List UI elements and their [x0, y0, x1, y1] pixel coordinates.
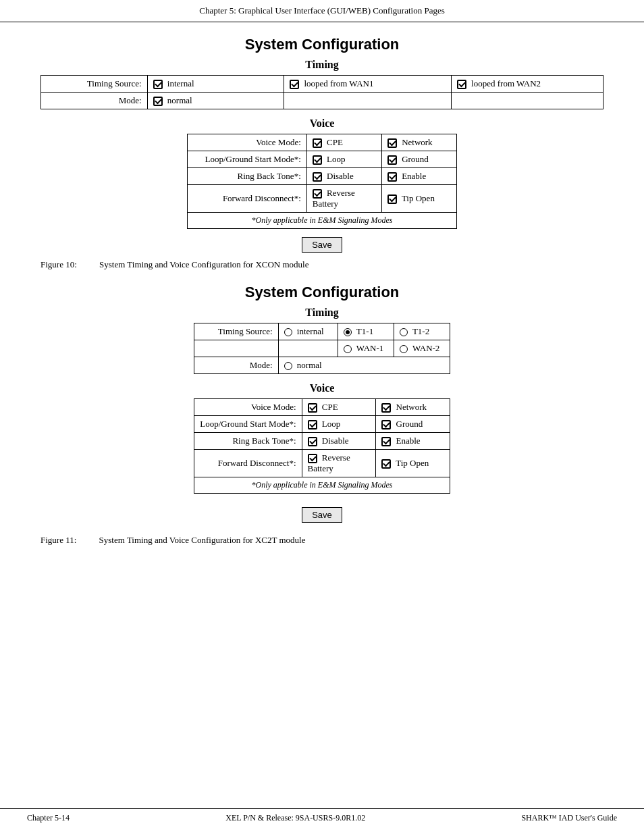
checkbox-ground[interactable]: [387, 155, 397, 165]
radio-t2-internal[interactable]: [284, 328, 292, 336]
v2-network-cell: Network: [376, 399, 450, 416]
t2-wan2-label: WAN-2: [412, 343, 439, 353]
timing-source-label: Timing Source:: [41, 76, 148, 93]
figure2-caption: Figure 11: System Timing and Voice Confi…: [41, 535, 603, 546]
table-row: Mode: normal: [41, 93, 603, 109]
timing-opt-wan2: looped from WAN2: [451, 76, 603, 93]
footer-center: XEL P/N & Release: 9SA-USRS-9.0R1.02: [225, 813, 365, 823]
t2-internal-cell: internal: [278, 323, 338, 340]
loop-cell: Loop: [306, 151, 381, 168]
v2-disable-label: Disable: [322, 436, 349, 446]
checkbox-v2-network[interactable]: [381, 403, 391, 413]
checkbox-rev-battery[interactable]: [313, 189, 322, 199]
figure1-caption: Figure 10: System Timing and Voice Confi…: [41, 259, 603, 270]
checkbox-v2-rev-battery[interactable]: [308, 454, 317, 463]
v2-disable-cell: Disable: [302, 433, 376, 450]
v2-cpe-label: CPE: [322, 402, 338, 412]
figure1-title: System Configuration: [41, 36, 603, 53]
t2-t12-cell: T1-2: [394, 323, 450, 340]
tip-open-label: Tip Open: [402, 193, 435, 203]
loop-label: Loop: [327, 154, 345, 164]
v2-enable-cell: Enable: [376, 433, 450, 450]
disable-label: Disable: [327, 171, 354, 181]
figure2-timing-table: Timing Source: internal T1-1 T1-2: [194, 323, 450, 374]
timing-wan1-label: looped from WAN1: [304, 78, 373, 88]
table-row: *Only applicable in E&M Signaling Modes: [188, 213, 457, 229]
figure2-voice-table: Voice Mode: CPE Network Loop/Ground Star…: [194, 398, 450, 494]
ground-label: Ground: [402, 154, 429, 164]
t2-wan1-label: WAN-1: [356, 343, 383, 353]
t2-t11-cell: T1-1: [338, 323, 394, 340]
disable-cell: Disable: [306, 168, 381, 185]
checkbox-normal[interactable]: [153, 97, 163, 106]
header-text: Chapter 5: Graphical User Interface (GUI…: [199, 5, 445, 16]
checkbox-v2-disable[interactable]: [308, 437, 317, 446]
checkbox-enable[interactable]: [387, 172, 397, 182]
table-row: Ring Back Tone*: Disable Enable: [194, 433, 450, 450]
ground-cell: Ground: [381, 151, 456, 168]
checkbox-v2-enable[interactable]: [381, 437, 391, 446]
v2-mode-label: Voice Mode:: [194, 399, 302, 416]
radio-t2-wan1[interactable]: [344, 345, 352, 353]
figure2-caption-text: System Timing and Voice Configuration fo…: [99, 535, 306, 545]
figure1-voice-heading: Voice: [41, 118, 603, 130]
checkbox-v2-tip-open[interactable]: [381, 459, 391, 469]
table-row: WAN-1 WAN-2: [194, 340, 450, 357]
checkbox-disable[interactable]: [313, 172, 322, 182]
figure1-block: System Configuration Timing Timing Sourc…: [41, 36, 603, 270]
figure2-voice-heading: Voice: [310, 382, 335, 394]
checkbox-v2-ground[interactable]: [381, 420, 391, 429]
v2-loop-ground-label: Loop/Ground Start Mode*:: [194, 416, 302, 433]
t2-empty1: [194, 340, 279, 357]
checkbox-network[interactable]: [387, 138, 397, 148]
mode-label: Mode:: [41, 93, 148, 109]
fwd-disconnect-label: Forward Disconnect*:: [188, 185, 307, 213]
v2-ring-back-label: Ring Back Tone*:: [194, 433, 302, 450]
checkbox-wan2[interactable]: [457, 80, 466, 89]
checkbox-wan1[interactable]: [290, 80, 299, 89]
radio-t2-t12[interactable]: [400, 328, 408, 336]
footer-right: SHARK™ IAD User's Guide: [521, 813, 617, 823]
timing-opt-wan1: looped from WAN1: [284, 76, 452, 93]
figure1-voice-table: Voice Mode: CPE Network Loop/Ground Star…: [187, 134, 457, 229]
voice-network-label: Network: [402, 137, 433, 147]
radio-t2-normal[interactable]: [284, 362, 292, 370]
ring-back-label: Ring Back Tone*:: [188, 168, 307, 185]
t2-source-label: Timing Source:: [194, 323, 279, 340]
figure1-timing-table: Timing Source: internal looped from WAN1…: [41, 75, 603, 109]
v2-tip-open-label: Tip Open: [396, 458, 429, 468]
t2-wan1-cell: WAN-1: [338, 340, 394, 357]
t2-empty2: [278, 340, 338, 357]
radio-t2-t11[interactable]: [344, 328, 352, 336]
t2-internal-label: internal: [297, 326, 324, 336]
enable-cell: Enable: [381, 168, 456, 185]
checkbox-internal[interactable]: [153, 80, 163, 89]
table-row: Forward Disconnect*: Reverse Battery Tip…: [188, 185, 457, 213]
v2-rev-battery-cell: Reverse Battery: [302, 450, 376, 477]
radio-t2-wan2[interactable]: [400, 345, 408, 353]
table-row: Loop/Ground Start Mode*: Loop Ground: [194, 416, 450, 433]
figure2-caption-num: Figure 11:: [41, 535, 76, 545]
timing-opt-internal: internal: [147, 76, 284, 93]
voice-cpe-cell: CPE: [306, 134, 381, 151]
t2-t11-label: T1-1: [356, 326, 373, 336]
checkbox-v2-loop[interactable]: [308, 420, 317, 429]
figure1-save-button[interactable]: Save: [302, 237, 342, 253]
voice-cpe-label: CPE: [327, 137, 343, 147]
mode-opt-normal: normal: [147, 93, 284, 109]
tip-open-cell: Tip Open: [381, 185, 456, 213]
t2-mode-normal-cell: normal: [278, 357, 450, 374]
voice-network-cell: Network: [381, 134, 456, 151]
table-row: Timing Source: internal T1-1 T1-2: [194, 323, 450, 340]
figure2-save-button[interactable]: Save: [302, 507, 342, 523]
v2-loop-label: Loop: [322, 419, 340, 429]
checkbox-loop[interactable]: [313, 155, 322, 165]
table-row: *Only applicable in E&M Signaling Modes: [194, 477, 450, 494]
checkbox-cpe[interactable]: [313, 138, 322, 148]
figure2-timing-heading: Timing: [305, 307, 339, 319]
v2-ground-label: Ground: [396, 419, 423, 429]
v2-network-label: Network: [396, 402, 427, 412]
checkbox-v2-cpe[interactable]: [308, 403, 317, 413]
v2-cpe-cell: CPE: [302, 399, 376, 416]
checkbox-tip-open[interactable]: [387, 194, 397, 204]
